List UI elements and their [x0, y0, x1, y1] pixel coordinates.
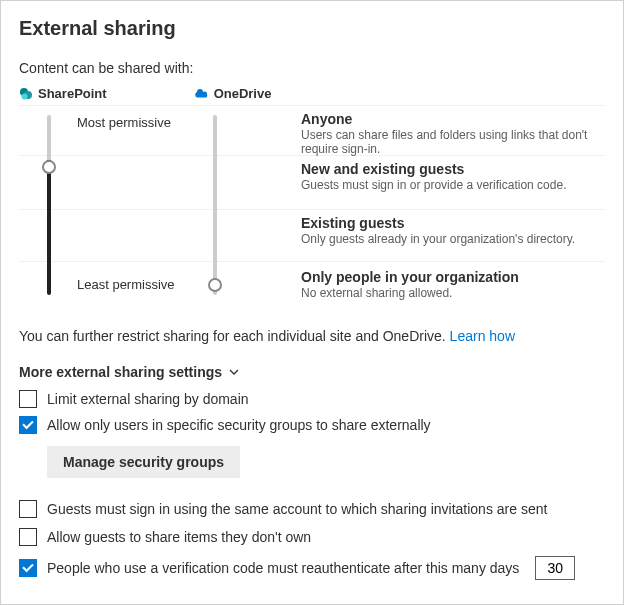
permission-sliders: Most permissive Least permissive Anyone … — [19, 105, 605, 310]
option-label: Guests must sign in using the same accou… — [47, 501, 547, 517]
option-label: Limit external sharing by domain — [47, 391, 249, 407]
svg-point-2 — [22, 93, 28, 99]
onedrive-icon — [193, 88, 209, 100]
option-label: People who use a verification code must … — [47, 560, 519, 576]
level-anyone: Anyone Users can share files and folders… — [301, 111, 601, 156]
onedrive-label: OneDrive — [214, 86, 272, 101]
level-title: Anyone — [301, 111, 601, 127]
manage-security-groups-button[interactable]: Manage security groups — [47, 446, 240, 478]
content-shared-with-label: Content can be shared with: — [19, 60, 605, 76]
level-existing-guests: Existing guests Only guests already in y… — [301, 215, 601, 246]
option-guests-share-not-own: Allow guests to share items they don't o… — [19, 528, 605, 546]
level-title: Only people in your organization — [301, 269, 601, 285]
level-title: New and existing guests — [301, 161, 601, 177]
level-title: Existing guests — [301, 215, 601, 231]
product-onedrive: OneDrive — [193, 86, 272, 101]
checkbox-allow-groups[interactable] — [19, 416, 37, 434]
checkbox-guests-share-not-own[interactable] — [19, 528, 37, 546]
level-only-org: Only people in your organization No exte… — [301, 269, 601, 300]
onedrive-slider-knob[interactable] — [208, 278, 222, 292]
option-reauth-days: People who use a verification code must … — [19, 556, 605, 580]
option-label: Allow only users in specific security gr… — [47, 417, 431, 433]
sharepoint-slider-track[interactable] — [47, 115, 51, 295]
onedrive-slider-track[interactable] — [213, 115, 217, 295]
restrict-note: You can further restrict sharing for eac… — [19, 328, 450, 344]
option-allow-groups: Allow only users in specific security gr… — [19, 416, 605, 434]
product-row: SharePoint OneDrive — [19, 86, 605, 101]
least-permissive-label: Least permissive — [77, 277, 175, 292]
most-permissive-label: Most permissive — [77, 115, 171, 130]
restrict-note-row: You can further restrict sharing for eac… — [19, 328, 605, 344]
level-desc: Guests must sign in or provide a verific… — [301, 178, 601, 192]
option-guests-same-account: Guests must sign in using the same accou… — [19, 500, 605, 518]
chevron-down-icon — [228, 366, 240, 378]
learn-how-link[interactable]: Learn how — [450, 328, 515, 344]
more-settings-toggle[interactable]: More external sharing settings — [19, 364, 605, 380]
checkbox-limit-domain[interactable] — [19, 390, 37, 408]
level-desc: Only guests already in your organization… — [301, 232, 601, 246]
reauth-days-input[interactable] — [535, 556, 575, 580]
external-sharing-panel: External sharing Content can be shared w… — [0, 0, 624, 605]
level-new-existing-guests: New and existing guests Guests must sign… — [301, 161, 601, 192]
checkbox-reauth-days[interactable] — [19, 559, 37, 577]
level-desc: No external sharing allowed. — [301, 286, 601, 300]
sharepoint-label: SharePoint — [38, 86, 107, 101]
more-settings-label: More external sharing settings — [19, 364, 222, 380]
checkbox-guests-same-account[interactable] — [19, 500, 37, 518]
option-limit-domain: Limit external sharing by domain — [19, 390, 605, 408]
sharepoint-slider-knob[interactable] — [42, 160, 56, 174]
sharepoint-icon — [19, 87, 33, 101]
product-sharepoint: SharePoint — [19, 86, 107, 101]
page-title: External sharing — [19, 17, 605, 40]
option-label: Allow guests to share items they don't o… — [47, 529, 311, 545]
level-desc: Users can share files and folders using … — [301, 128, 601, 156]
